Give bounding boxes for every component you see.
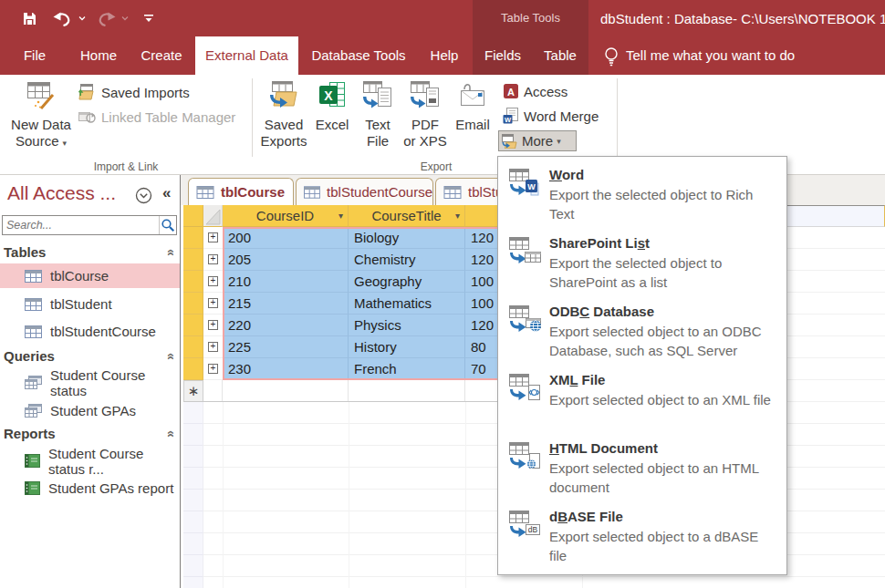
new-data-source-button[interactable]: New Data Source▾ bbox=[7, 77, 75, 151]
tab-help[interactable]: Help bbox=[422, 36, 466, 75]
cell-coursetitle[interactable]: French bbox=[349, 358, 465, 380]
menu-item-xml-file[interactable]: XML File Export selected object to an XM… bbox=[498, 370, 786, 438]
select-all-cell[interactable] bbox=[183, 205, 203, 227]
import-link-group-label: Import & Link bbox=[0, 160, 252, 173]
nav-section-reports[interactable]: Reports « bbox=[4, 426, 175, 441]
pdf-xps-icon bbox=[401, 77, 449, 111]
cell-coursetitle[interactable]: History bbox=[349, 336, 465, 358]
tab-home[interactable]: Home bbox=[73, 36, 124, 75]
expand-row-button[interactable]: + bbox=[203, 249, 223, 271]
menu-item-html-document[interactable]: HTML Document Export selected object to … bbox=[498, 438, 786, 507]
new-record-cell[interactable] bbox=[349, 380, 465, 402]
html-icon bbox=[509, 438, 549, 507]
export-email-button[interactable]: Email bbox=[451, 77, 495, 133]
record-selector[interactable] bbox=[183, 271, 203, 293]
column-header-coursetitle[interactable]: CourseTitle ▾ bbox=[349, 205, 465, 227]
export-excel-button[interactable]: X Excel bbox=[311, 77, 353, 133]
table-icon bbox=[25, 298, 42, 311]
cell-coursetitle[interactable]: Biology bbox=[349, 227, 465, 249]
nav-item-tblstudentcourse[interactable]: tblStudentCourse bbox=[0, 319, 180, 344]
shutter-bar-collapse-icon[interactable]: « bbox=[162, 184, 171, 202]
svg-text:dB: dB bbox=[528, 525, 538, 534]
cell-courseid[interactable]: 215 bbox=[223, 293, 349, 315]
record-selector[interactable] bbox=[183, 227, 203, 249]
nav-item-query-gpas[interactable]: Student GPAs bbox=[0, 398, 180, 423]
doc-tab-tblstudentcourse[interactable]: tblStudentCourse bbox=[296, 178, 433, 205]
new-record-selector[interactable]: ∗ bbox=[183, 380, 203, 402]
column-header-courseid[interactable]: CourseID ▾ bbox=[223, 205, 349, 227]
expand-row-button[interactable]: + bbox=[203, 358, 223, 380]
nav-section-queries[interactable]: Queries « bbox=[4, 348, 175, 364]
nav-item-tblcourse[interactable]: tblCourse bbox=[0, 263, 180, 288]
search-input[interactable] bbox=[3, 216, 159, 234]
cell-courseid[interactable]: 220 bbox=[223, 315, 349, 336]
collapse-section-icon[interactable]: « bbox=[164, 430, 179, 438]
record-selector[interactable] bbox=[183, 336, 203, 358]
nav-item-report-course-status[interactable]: Student Course status r... bbox=[0, 449, 180, 473]
tab-file[interactable]: File bbox=[13, 36, 57, 75]
expand-row-button[interactable]: + bbox=[203, 293, 223, 315]
collapse-section-icon[interactable]: « bbox=[164, 353, 179, 360]
saved-exports-button[interactable]: Saved Exports bbox=[259, 77, 308, 150]
nav-item-label: tblStudentCourse bbox=[50, 324, 156, 339]
text-file-label: Text bbox=[356, 117, 400, 133]
new-record-cell[interactable] bbox=[203, 380, 223, 402]
export-pdf-xps-button[interactable]: PDF or XPS bbox=[401, 77, 449, 150]
nav-item-query-course-status[interactable]: Student Course status bbox=[0, 370, 180, 395]
record-selector[interactable] bbox=[183, 358, 203, 380]
cell-courseid[interactable]: 200 bbox=[223, 227, 349, 249]
tab-fields[interactable]: Fields bbox=[481, 36, 525, 75]
cell-coursetitle[interactable]: Geography bbox=[349, 271, 465, 293]
column-dropdown-icon[interactable]: ▾ bbox=[455, 211, 460, 221]
cell-courseid[interactable]: 230 bbox=[223, 358, 349, 380]
tab-database-tools[interactable]: Database Tools bbox=[307, 36, 410, 75]
redo-dropdown-icon[interactable] bbox=[121, 8, 129, 28]
export-text-file-button[interactable]: Text File bbox=[356, 77, 400, 150]
menu-item-word[interactable]: W Word Export the selected object to Ric… bbox=[498, 165, 786, 233]
cell-courseid[interactable]: 210 bbox=[223, 271, 349, 293]
save-icon[interactable] bbox=[23, 8, 36, 28]
menu-item-odbc-database[interactable]: ODBC Database Export selected object to … bbox=[498, 302, 786, 370]
export-more-button[interactable]: More ▾ bbox=[498, 130, 577, 151]
export-word-merge-button[interactable]: W Word Merge bbox=[503, 106, 599, 126]
tell-me-box[interactable]: Tell me what you want to do bbox=[626, 36, 795, 75]
collapse-section-icon[interactable]: « bbox=[164, 249, 179, 256]
queries-section-label: Queries bbox=[4, 348, 55, 364]
search-icon[interactable] bbox=[159, 216, 176, 234]
nav-section-tables[interactable]: Tables « bbox=[4, 244, 175, 260]
redo-icon[interactable] bbox=[97, 8, 116, 28]
column-dropdown-icon[interactable]: ▾ bbox=[338, 211, 343, 221]
export-access-button[interactable]: A Access bbox=[503, 81, 567, 101]
tables-section-label: Tables bbox=[4, 244, 46, 260]
tab-create[interactable]: Create bbox=[135, 36, 188, 75]
tab-external-data[interactable]: External Data bbox=[195, 36, 298, 75]
undo-icon[interactable] bbox=[53, 8, 72, 28]
new-record-cell[interactable] bbox=[223, 380, 349, 402]
cell-coursetitle[interactable]: Physics bbox=[349, 315, 465, 336]
expand-row-button[interactable]: + bbox=[203, 271, 223, 293]
doc-tab-tblcourse[interactable]: tblCourse bbox=[188, 178, 294, 205]
nav-item-report-gpas[interactable]: Student GPAs report bbox=[0, 476, 180, 500]
record-selector[interactable] bbox=[183, 293, 203, 315]
cell-coursetitle[interactable]: Chemistry bbox=[349, 249, 465, 271]
customize-qat-icon[interactable] bbox=[144, 8, 153, 28]
nav-item-tblstudent[interactable]: tblStudent bbox=[0, 292, 180, 316]
column-header-label: CourseTitle bbox=[371, 208, 441, 223]
query-icon bbox=[25, 404, 42, 418]
word-icon: W bbox=[509, 165, 549, 233]
cell-courseid[interactable]: 225 bbox=[223, 336, 349, 358]
record-selector[interactable] bbox=[183, 315, 203, 336]
tab-table[interactable]: Table bbox=[538, 36, 582, 75]
menu-item-dbase-file[interactable]: dB dBASE File Export selected object to … bbox=[498, 507, 786, 575]
menu-item-sharepoint-list[interactable]: SharePoint List Export the selected obje… bbox=[498, 233, 786, 302]
cell-courseid[interactable]: 205 bbox=[223, 249, 349, 271]
saved-imports-button[interactable]: Saved Imports bbox=[78, 82, 190, 102]
undo-dropdown-icon[interactable] bbox=[78, 8, 86, 28]
text-file-icon bbox=[356, 77, 400, 111]
nav-pane-menu-icon[interactable] bbox=[135, 187, 152, 208]
record-selector[interactable] bbox=[183, 249, 203, 271]
expand-row-button[interactable]: + bbox=[203, 315, 223, 336]
expand-row-button[interactable]: + bbox=[203, 336, 223, 358]
expand-row-button[interactable]: + bbox=[203, 227, 223, 249]
cell-coursetitle[interactable]: Mathematics bbox=[349, 293, 465, 315]
